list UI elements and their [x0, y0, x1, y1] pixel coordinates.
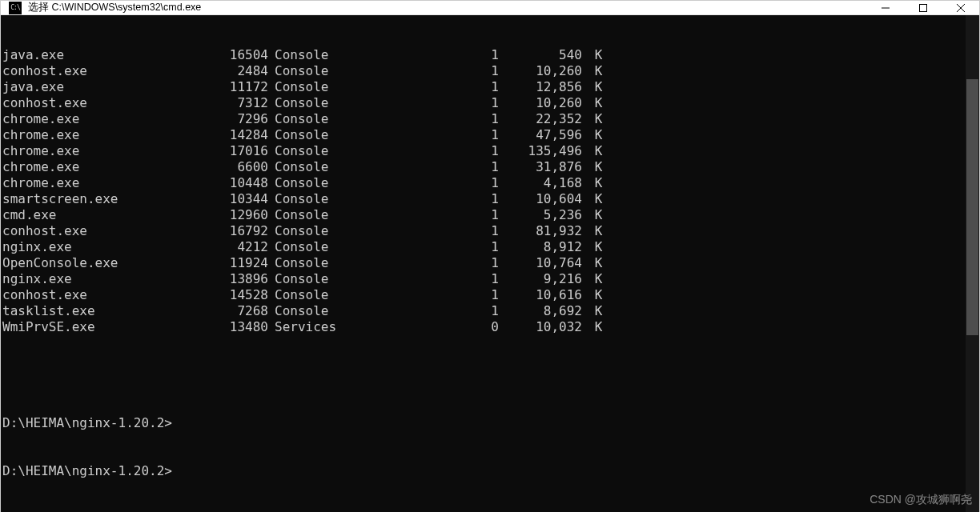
vertical-scrollbar[interactable] [966, 15, 979, 512]
process-unit: K [587, 47, 602, 63]
process-unit: K [587, 175, 602, 191]
process-row: tasklist.exe7268Console18,692 K [2, 303, 966, 319]
process-row: WmiPrvSE.exe13480Services010,032 K [2, 319, 966, 335]
process-row: conhost.exe16792Console181,932 K [2, 223, 966, 239]
process-unit: K [587, 79, 602, 95]
process-session-num: 1 [379, 79, 507, 95]
process-pid: 14528 [203, 287, 275, 303]
process-session: Services [275, 319, 379, 335]
process-memory: 540 [507, 47, 587, 63]
process-memory: 9,216 [507, 271, 587, 287]
process-session-num: 1 [379, 111, 507, 127]
window-title: 选择 C:\WINDOWS\system32\cmd.exe [28, 1, 866, 14]
process-session: Console [275, 271, 379, 287]
process-session-num: 1 [379, 95, 507, 111]
process-name: java.exe [2, 47, 203, 63]
process-name: chrome.exe [2, 127, 203, 143]
process-table: java.exe16504Console1540 Kconhost.exe248… [2, 47, 966, 335]
process-name: chrome.exe [2, 111, 203, 127]
process-memory: 81,932 [507, 223, 587, 239]
process-memory: 10,764 [507, 255, 587, 271]
process-row: chrome.exe7296Console122,352 K [2, 111, 966, 127]
process-session-num: 1 [379, 287, 507, 303]
process-pid: 7296 [203, 111, 275, 127]
process-session: Console [275, 143, 379, 159]
process-session-num: 1 [379, 239, 507, 255]
process-name: conhost.exe [2, 223, 203, 239]
terminal-output[interactable]: java.exe16504Console1540 Kconhost.exe248… [1, 15, 966, 512]
process-memory: 5,236 [507, 207, 587, 223]
process-session: Console [275, 159, 379, 175]
process-session: Console [275, 79, 379, 95]
process-memory: 10,604 [507, 191, 587, 207]
process-name: cmd.exe [2, 207, 203, 223]
maximize-button[interactable] [904, 1, 942, 14]
process-row: conhost.exe7312Console110,260 K [2, 95, 966, 111]
process-session: Console [275, 255, 379, 271]
process-session: Console [275, 47, 379, 63]
close-icon [957, 4, 965, 12]
window-controls [866, 1, 979, 14]
process-memory: 10,616 [507, 287, 587, 303]
minimize-icon [882, 4, 890, 12]
process-row: cmd.exe12960Console15,236 K [2, 207, 966, 223]
process-memory: 10,260 [507, 95, 587, 111]
process-name: conhost.exe [2, 63, 203, 79]
process-pid: 7268 [203, 303, 275, 319]
process-session-num: 1 [379, 159, 507, 175]
process-unit: K [587, 223, 602, 239]
process-session-num: 0 [379, 319, 507, 335]
process-name: smartscreen.exe [2, 191, 203, 207]
process-session: Console [275, 127, 379, 143]
process-name: WmiPrvSE.exe [2, 319, 203, 335]
scroll-thumb[interactable] [966, 79, 978, 335]
prompt-line: D:\HEIMA\nginx-1.20.2> [2, 415, 966, 431]
process-unit: K [587, 319, 602, 335]
process-row: conhost.exe14528Console110,616 K [2, 287, 966, 303]
process-session: Console [275, 223, 379, 239]
process-memory: 10,260 [507, 63, 587, 79]
process-session-num: 1 [379, 255, 507, 271]
process-pid: 16792 [203, 223, 275, 239]
process-memory: 135,496 [507, 143, 587, 159]
process-row: java.exe16504Console1540 K [2, 47, 966, 63]
process-pid: 12960 [203, 207, 275, 223]
process-unit: K [587, 159, 602, 175]
process-pid: 6600 [203, 159, 275, 175]
process-name: java.exe [2, 79, 203, 95]
process-name: conhost.exe [2, 287, 203, 303]
process-pid: 4212 [203, 239, 275, 255]
process-pid: 13480 [203, 319, 275, 335]
process-memory: 12,856 [507, 79, 587, 95]
process-memory: 47,596 [507, 127, 587, 143]
process-memory: 10,032 [507, 319, 587, 335]
process-unit: K [587, 95, 602, 111]
process-unit: K [587, 191, 602, 207]
process-row: java.exe11172Console112,856 K [2, 79, 966, 95]
process-session: Console [275, 287, 379, 303]
process-unit: K [587, 271, 602, 287]
process-session-num: 1 [379, 207, 507, 223]
process-name: conhost.exe [2, 95, 203, 111]
process-session: Console [275, 63, 379, 79]
process-unit: K [587, 303, 602, 319]
process-name: chrome.exe [2, 175, 203, 191]
process-unit: K [587, 239, 602, 255]
process-row: chrome.exe17016Console1135,496 K [2, 143, 966, 159]
process-pid: 10448 [203, 175, 275, 191]
process-unit: K [587, 143, 602, 159]
process-pid: 13896 [203, 271, 275, 287]
process-session: Console [275, 303, 379, 319]
process-row: nginx.exe13896Console19,216 K [2, 271, 966, 287]
maximize-icon [919, 4, 927, 12]
cmd-window: C:\ 选择 C:\WINDOWS\system32\cmd.exe java.… [0, 0, 980, 512]
titlebar[interactable]: C:\ 选择 C:\WINDOWS\system32\cmd.exe [1, 1, 979, 15]
process-pid: 16504 [203, 47, 275, 63]
process-memory: 8,692 [507, 303, 587, 319]
minimize-button[interactable] [866, 1, 904, 14]
process-row: smartscreen.exe10344Console110,604 K [2, 191, 966, 207]
process-memory: 8,912 [507, 239, 587, 255]
process-name: OpenConsole.exe [2, 255, 203, 271]
process-session-num: 1 [379, 175, 507, 191]
close-button[interactable] [942, 1, 979, 14]
